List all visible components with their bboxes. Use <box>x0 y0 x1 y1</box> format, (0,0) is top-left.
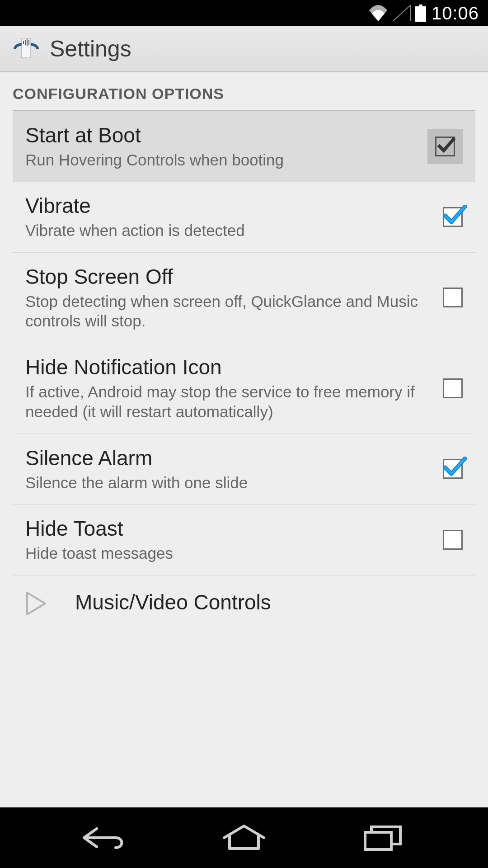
setting-summary: Hide toast messages <box>25 543 429 563</box>
setting-title: Vibrate <box>25 193 429 218</box>
checkbox[interactable] <box>443 378 463 398</box>
nav-music-video-controls[interactable]: Music/Video Controls <box>0 576 488 629</box>
setting-stop-screen-off[interactable]: Stop Screen Off Stop detecting when scre… <box>13 253 475 344</box>
section-header: CONFIGURATION OPTIONS <box>0 72 488 110</box>
svg-rect-3 <box>365 832 391 849</box>
checkbox[interactable] <box>443 530 463 550</box>
setting-summary: If active, Android may stop the service … <box>25 382 429 422</box>
setting-title: Silence Alarm <box>25 446 429 470</box>
setting-summary: Vibrate when action is detected <box>25 221 429 241</box>
cell-signal-icon <box>393 5 411 21</box>
back-button[interactable] <box>74 820 137 856</box>
setting-title: Stop Screen Off <box>25 264 429 289</box>
navigation-bar <box>0 807 488 868</box>
setting-title: Hide Notification Icon <box>25 355 429 379</box>
setting-summary: Silence the alarm with one slide <box>25 473 429 493</box>
nav-link-label: Music/Video Controls <box>75 590 271 614</box>
home-button[interactable] <box>212 820 276 856</box>
setting-summary: Stop detecting when screen off, QuickGla… <box>25 292 429 331</box>
status-icons <box>368 5 426 22</box>
wifi-icon <box>368 5 388 21</box>
checkbox[interactable] <box>427 129 463 164</box>
setting-title: Start at Boot <box>25 123 414 147</box>
status-clock: 10:06 <box>432 3 479 24</box>
setting-hide-notification-icon[interactable]: Hide Notification Icon If active, Androi… <box>13 343 475 434</box>
setting-title: Hide Toast <box>25 516 429 541</box>
setting-hide-toast[interactable]: Hide Toast Hide toast messages <box>13 505 475 576</box>
battery-icon <box>415 5 426 22</box>
svg-rect-0 <box>419 5 422 6</box>
play-icon <box>25 591 48 613</box>
setting-summary: Run Hovering Controls when booting <box>25 150 414 170</box>
action-bar: Settings <box>0 26 488 72</box>
app-icon <box>13 35 40 62</box>
setting-vibrate[interactable]: Vibrate Vibrate when action is detected <box>13 182 475 253</box>
checkbox[interactable] <box>443 459 463 479</box>
setting-start-at-boot[interactable]: Start at Boot Run Hovering Controls when… <box>13 111 475 182</box>
checkbox[interactable] <box>443 288 463 307</box>
status-bar: 10:06 <box>0 0 488 26</box>
checkbox[interactable] <box>443 207 463 227</box>
svg-rect-1 <box>415 6 426 22</box>
settings-content: CONFIGURATION OPTIONS Start at Boot Run … <box>0 72 488 807</box>
recent-apps-button[interactable] <box>351 820 414 856</box>
page-title: Settings <box>50 36 131 62</box>
setting-silence-alarm[interactable]: Silence Alarm Silence the alarm with one… <box>13 434 475 505</box>
